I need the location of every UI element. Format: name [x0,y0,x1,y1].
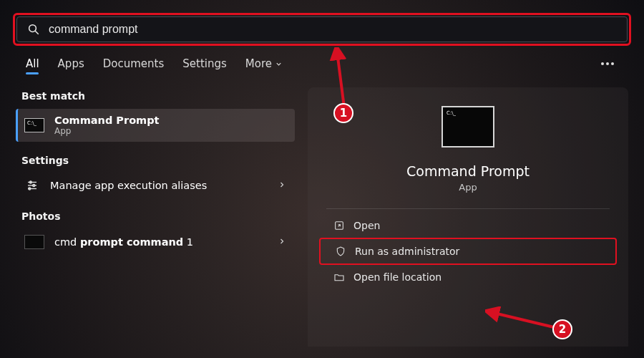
text-fragment: cmd [54,236,80,248]
shield-icon [335,246,346,257]
action-run-as-admin[interactable]: Run as administrator [319,238,617,265]
action-label: Open file location [353,271,441,283]
chevron-down-icon [275,60,283,68]
preview-subtitle: App [459,182,477,193]
active-tab-indicator [26,72,39,74]
result-title: cmd prompt command 1 [54,236,193,248]
text-fragment: prompt command [80,236,183,248]
svg-line-1 [35,31,39,34]
result-manage-aliases[interactable]: Manage app execution aliases [16,173,295,198]
chevron-right-icon [278,236,286,248]
results-list: Best match C:\_ Command Prompt App Setti… [16,87,295,347]
search-box[interactable] [16,16,628,42]
preview-pane: C:\_ Command Prompt App Open Run as admi… [308,87,628,347]
folder-icon [333,271,345,283]
action-open[interactable]: Open [319,213,617,238]
result-command-prompt[interactable]: C:\_ Command Prompt App [16,109,295,142]
preview-title: Command Prompt [406,163,530,179]
tab-all[interactable]: All [26,57,39,70]
open-icon [333,220,345,231]
search-input[interactable] [49,23,617,36]
annotation-badge-1: 1 [333,103,353,123]
action-label: Run as administrator [355,246,459,257]
preview-app-icon: C:\_ [441,106,494,147]
action-open-file-location[interactable]: Open file location [319,265,617,289]
sliders-icon [24,179,40,192]
divider [326,208,610,209]
section-photos: Photos [16,208,295,229]
overflow-menu-button[interactable] [597,58,618,69]
result-title: Command Prompt [54,115,160,126]
annotation-badge-2: 2 [552,319,572,339]
result-photo-cmd[interactable]: cmd prompt command 1 [16,229,295,255]
action-label: Open [353,220,380,231]
chevron-right-icon [278,180,286,191]
command-prompt-icon: C:\_ [24,118,44,132]
search-box-highlight [13,13,631,46]
svg-point-0 [29,25,36,32]
search-icon [27,23,40,36]
text-fragment: 1 [183,236,193,248]
tab-settings[interactable]: Settings [182,57,227,70]
result-title: Manage app execution aliases [50,180,207,191]
tab-documents[interactable]: Documents [103,57,165,70]
tab-apps[interactable]: Apps [58,57,84,70]
result-subtitle: App [54,126,160,136]
section-settings: Settings [16,152,295,173]
filter-tabs: All Apps Documents Settings More [0,46,644,74]
tab-more[interactable]: More [245,57,283,70]
section-best-match: Best match [16,87,295,109]
tab-more-label: More [245,57,272,70]
photo-thumb-icon [24,235,44,249]
